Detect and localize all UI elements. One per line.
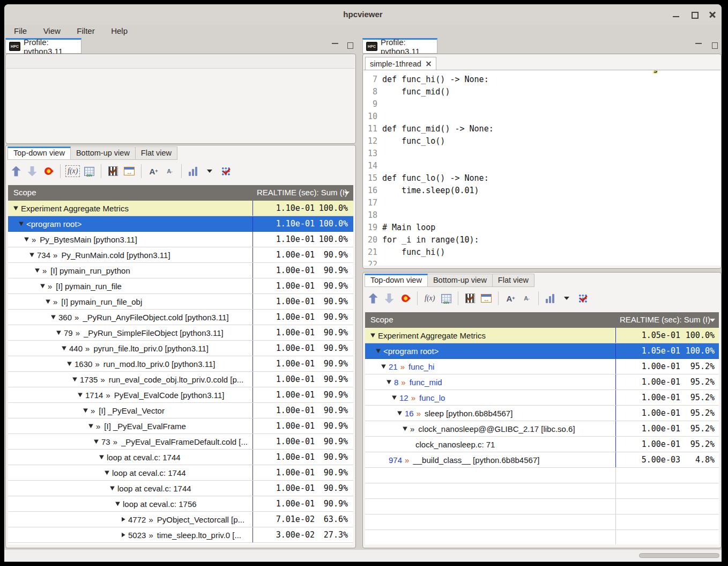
- expanded-triangle-icon[interactable]: [392, 395, 397, 400]
- collapsed-triangle-icon[interactable]: [121, 533, 125, 538]
- table-row[interactable]: 1714»PyEval_EvalCode [python3.11]1.00e-0…: [8, 387, 353, 403]
- callsite-line-number[interactable]: 21: [389, 362, 398, 371]
- graph-dropdown-icon[interactable]: [560, 291, 573, 305]
- tab-flat-view[interactable]: Flat view: [136, 146, 177, 160]
- export-csv-icon[interactable]: [440, 291, 452, 305]
- table-row[interactable]: 4772»PyObject_Vectorcall [p...7.01e-0263…: [8, 512, 353, 527]
- collapsed-triangle-icon[interactable]: [121, 517, 125, 522]
- callsite-line-number[interactable]: 12: [399, 393, 408, 402]
- table-row[interactable]: 1630»run_mod.lto_priv.0 [python3.11]1.00…: [8, 356, 353, 372]
- graph-dropdown-icon[interactable]: [203, 164, 216, 178]
- scope-column-header[interactable]: Scope: [13, 188, 36, 197]
- zoom-in-tree-icon[interactable]: [10, 164, 23, 178]
- right-part-minimize-icon[interactable]: [694, 42, 703, 49]
- tab-top-down-view[interactable]: Top-down view: [365, 274, 428, 287]
- expanded-triangle-icon[interactable]: [397, 411, 402, 416]
- expanded-triangle-icon[interactable]: [40, 284, 45, 289]
- derived-metric-fx-icon[interactable]: f(x): [423, 291, 436, 305]
- expanded-triangle-icon[interactable]: [67, 362, 72, 366]
- expanded-triangle-icon[interactable]: [19, 222, 24, 226]
- tab-top-down-view[interactable]: Top-down view: [8, 146, 71, 160]
- callsite-marker[interactable]: »: [401, 378, 405, 387]
- tab-bottom-up-view[interactable]: Bottom-up view: [428, 274, 493, 287]
- code-line[interactable]: 10: [363, 111, 720, 123]
- menu-view[interactable]: View: [36, 25, 68, 39]
- table-row[interactable]: loop at ceval.c: 17561.00e-0190.9%: [8, 496, 353, 512]
- source-editor-tab[interactable]: simple-1thread: [365, 57, 436, 70]
- code-line[interactable]: 20for _i in range(10):: [363, 234, 720, 246]
- code-line[interactable]: 17: [363, 197, 720, 209]
- callsite-marker[interactable]: »: [400, 362, 405, 371]
- expanded-triangle-icon[interactable]: [13, 206, 18, 211]
- callsite-line-number[interactable]: 974: [389, 455, 402, 465]
- code-line[interactable]: 8 func_mid(): [363, 86, 720, 98]
- window-maximize-button[interactable]: [689, 10, 699, 19]
- resize-columns-icon[interactable]: [123, 164, 136, 178]
- table-row[interactable]: clock_nanosleep.c: 711.00e-0195.2%: [365, 437, 719, 452]
- expanded-triangle-icon[interactable]: [94, 439, 99, 444]
- callsite-line-number[interactable]: 16: [405, 409, 414, 418]
- expanded-triangle-icon[interactable]: [29, 253, 34, 258]
- code-line[interactable]: 15def func_lo() -> None:: [363, 172, 720, 185]
- scope-label[interactable]: func_hi: [408, 362, 434, 371]
- table-row[interactable]: Experiment Aggregate Metrics1.05e-01100.…: [365, 328, 719, 343]
- table-row[interactable]: »[I] _PyEval_Vector1.00e-0190.9%: [8, 403, 353, 418]
- expanded-triangle-icon[interactable]: [88, 424, 93, 429]
- expanded-triangle-icon[interactable]: [78, 393, 83, 398]
- table-row[interactable]: 974»__build_class__ [python.6b8b4567]5.0…: [365, 452, 719, 468]
- callsite-line-number[interactable]: 8: [394, 378, 398, 387]
- expanded-triangle-icon[interactable]: [105, 471, 109, 475]
- font-decrease-icon[interactable]: A-: [520, 291, 533, 305]
- metric-graph-icon[interactable]: [187, 164, 200, 178]
- window-close-button[interactable]: [708, 10, 717, 19]
- code-line[interactable]: 22: [363, 259, 720, 266]
- expanded-triangle-icon[interactable]: [56, 330, 61, 335]
- zoom-out-tree-icon[interactable]: [383, 291, 396, 305]
- table-row[interactable]: 12»func_lo1.00e-0195.2%: [365, 390, 719, 406]
- code-line[interactable]: 16 time.sleep(0.01): [363, 185, 720, 197]
- code-line[interactable]: 9: [363, 98, 720, 111]
- font-decrease-icon[interactable]: A-: [163, 164, 176, 178]
- menu-filter[interactable]: Filter: [70, 25, 101, 39]
- table-row[interactable]: 16»sleep [python.6b8b4567]1.00e-0195.2%: [365, 406, 719, 421]
- table-row[interactable]: 73»_PyEval_EvalFrameDefault.cold [...1.0…: [8, 434, 353, 450]
- tab-bottom-up-view[interactable]: Bottom-up view: [71, 146, 136, 160]
- metric-graph-icon[interactable]: [544, 291, 557, 305]
- right-part-maximize-icon[interactable]: [710, 42, 719, 49]
- table-row[interactable]: »[I] pymain_run_python1.00e-0190.9%: [8, 263, 353, 278]
- table-row[interactable]: 1735»run_eval_code_obj.lto_priv.0.cold […: [8, 372, 353, 387]
- right-profile-tab[interactable]: HPC Profile: python3.11: [362, 38, 437, 54]
- tab-flat-view[interactable]: Flat view: [493, 274, 534, 287]
- horizontal-scrollbar-thumb[interactable]: [639, 553, 719, 558]
- zoom-in-tree-icon[interactable]: [367, 291, 380, 305]
- table-row[interactable]: loop at ceval.c: 17441.00e-0190.9%: [8, 465, 353, 481]
- code-line[interactable]: 14: [363, 160, 720, 172]
- code-line[interactable]: 13: [363, 148, 720, 160]
- sort-caret-icon[interactable]: [710, 319, 715, 322]
- expanded-triangle-icon[interactable]: [403, 427, 407, 431]
- expanded-triangle-icon[interactable]: [62, 346, 66, 351]
- table-row[interactable]: 79»_PyRun_SimpleFileObject [python3.11]1…: [8, 325, 353, 341]
- table-row[interactable]: 360»_PyRun_AnyFileObject.cold [python3.1…: [8, 310, 353, 325]
- table-row[interactable]: loop at ceval.c: 17441.00e-0190.9%: [8, 481, 353, 496]
- table-row[interactable]: »[I] pymain_run_file1.00e-0190.9%: [8, 278, 353, 294]
- table-row[interactable]: »[I] _PyEval_EvalFrame1.00e-0190.9%: [8, 418, 353, 434]
- expanded-triangle-icon[interactable]: [35, 268, 40, 273]
- filter-columns-icon[interactable]: [107, 164, 120, 178]
- code-line[interactable]: 18: [363, 209, 720, 222]
- code-line[interactable]: 19# Main loop: [363, 222, 720, 234]
- expanded-triangle-icon[interactable]: [376, 349, 381, 354]
- code-line[interactable]: 21 func_hi(): [363, 246, 720, 259]
- expanded-triangle-icon[interactable]: [72, 377, 77, 382]
- sort-caret-icon[interactable]: [344, 192, 350, 195]
- expanded-triangle-icon[interactable]: [110, 486, 115, 491]
- metric-columns-check-icon[interactable]: [576, 291, 589, 305]
- table-row[interactable]: 8»func_mid1.00e-0195.2%: [365, 374, 719, 390]
- table-row[interactable]: »clock_nanosleep@@GLIBC_2.17 [libc.so.6]…: [365, 421, 719, 437]
- scope-label[interactable]: func_mid: [410, 378, 442, 387]
- hot-path-icon[interactable]: [42, 164, 55, 178]
- expanded-triangle-icon[interactable]: [83, 408, 88, 413]
- menu-file[interactable]: File: [7, 25, 34, 39]
- expanded-triangle-icon[interactable]: [381, 364, 386, 369]
- font-increase-icon[interactable]: A+: [147, 164, 160, 178]
